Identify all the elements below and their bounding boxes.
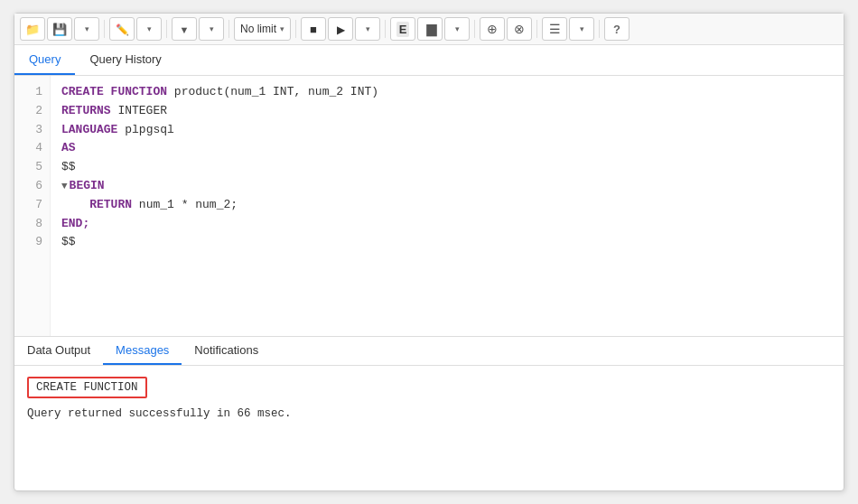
pencil-icon [116,23,129,36]
editor-area: 1 2 3 4 5 6 7 8 9 CREATE FUNCTION produc… [14,76,844,337]
line-num-7: 7 [14,196,42,215]
toolbar: ▾ ▾ ▾ No limit ▾ ▾ ▾ ▾ [14,14,844,45]
code-line-5: $$ [61,158,833,177]
code-text-9: $$ [61,233,76,252]
chevron-down-icon-3: ▾ [210,24,214,33]
db1-icon [487,22,498,36]
keyword-as: AS [61,139,76,158]
save-button[interactable] [47,17,72,41]
code-text-3: plpgsql [117,121,173,140]
explain-icon [396,23,410,36]
keyword-return: RETURN [89,196,132,215]
chevron-down-icon-6: ▾ [455,24,460,33]
code-text-7: num_1 * num_2; [132,196,238,215]
line-num-4: 4 [14,139,42,158]
play-icon [337,23,345,36]
list-icon [549,22,561,36]
filter-dropdown-button[interactable]: ▾ [199,17,224,41]
code-line-1: CREATE FUNCTION product(num_1 INT, num_2… [61,83,833,102]
chevron-down-icon-5: ▾ [366,24,370,33]
save-icon [52,23,67,36]
separator-6 [474,20,475,38]
line-num-1: 1 [14,83,42,102]
chart-icon [423,23,437,36]
line-num-3: 3 [14,121,42,140]
pencil-button[interactable] [109,17,135,41]
tab-notifications[interactable]: Notifications [182,337,271,365]
results-area: Data Output Messages Notifications CREAT… [14,337,844,490]
db2-icon [514,22,525,36]
line-num-8: 8 [14,215,42,234]
keyword-language: LANGUAGE [61,121,117,140]
code-line-3: LANGUAGE plpgsql [61,121,833,140]
tab-query[interactable]: Query [14,45,75,75]
help-button[interactable] [604,17,630,41]
explain-button[interactable] [390,17,415,41]
line-num-9: 9 [14,233,42,252]
help-icon [613,23,620,36]
line-num-5: 5 [14,158,42,177]
list-dropdown-button[interactable]: ▾ [569,17,594,41]
main-window: ▾ ▾ ▾ No limit ▾ ▾ ▾ ▾ Query Query Histo… [14,13,844,491]
keyword-begin: BEGIN [70,177,105,196]
line-num-6: 6 [14,177,42,196]
code-text-2: INTEGER [111,102,167,121]
code-line-4: AS [61,139,833,158]
keyword-returns: RETURNS [61,102,111,121]
result-content: CREATE FUNCTION Query returned successfu… [14,366,844,490]
separator-4 [295,20,296,38]
code-editor[interactable]: CREATE FUNCTION product(num_1 INT, num_2… [51,76,844,336]
folder-button[interactable] [20,17,45,41]
chart-button[interactable] [417,17,443,41]
limit-label: No limit [240,23,276,35]
tab-messages[interactable]: Messages [103,337,182,365]
line-num-2: 2 [14,102,42,121]
query-tabs: Query Query History [14,45,844,76]
keyword-end: END; [61,215,89,234]
tab-query-history[interactable]: Query History [75,45,175,75]
chevron-down-icon-4: ▾ [280,24,284,33]
line-numbers: 1 2 3 4 5 6 7 8 9 [14,76,51,336]
chevron-down-icon-2: ▾ [147,24,152,33]
separator-7 [536,20,537,38]
pencil-dropdown-button[interactable]: ▾ [136,17,162,41]
code-indent-7 [61,196,89,215]
list-button[interactable] [542,17,567,41]
separator-2 [166,20,167,38]
code-text-5: $$ [61,158,76,177]
separator-8 [599,20,600,38]
folder-icon [25,23,40,36]
stop-button[interactable] [301,17,326,41]
separator-5 [385,20,386,38]
code-line-2: RETURNS INTEGER [61,102,833,121]
limit-dropdown[interactable]: No limit ▾ [234,17,291,41]
tab-data-output[interactable]: Data Output [14,337,103,365]
save-dropdown-button[interactable]: ▾ [74,17,99,41]
code-line-8: END; [61,215,833,234]
db2-button[interactable] [507,17,532,41]
code-line-9: $$ [61,233,833,252]
chevron-down-icon: ▾ [85,24,89,33]
separator-3 [228,20,229,38]
chart-dropdown-button[interactable]: ▾ [444,17,470,41]
keyword-create-function: CREATE FUNCTION [61,83,167,102]
create-function-result: CREATE FUNCTION [27,377,147,398]
separator-1 [104,20,105,38]
play-button[interactable] [328,17,353,41]
filter-icon [180,23,190,36]
code-text-1: product(num_1 INT, num_2 INT) [167,83,378,102]
success-message: Query returned successfully in 66 msec. [27,407,831,420]
stop-icon [310,23,317,36]
filter-button[interactable] [172,17,197,41]
fold-icon[interactable]: ▼ [61,179,68,195]
result-tabs: Data Output Messages Notifications [14,337,844,366]
play-dropdown-button[interactable]: ▾ [355,17,380,41]
code-line-7: RETURN num_1 * num_2; [61,196,833,215]
code-line-6: ▼BEGIN [61,177,833,196]
db1-button[interactable] [480,17,505,41]
chevron-down-icon-7: ▾ [580,24,584,33]
